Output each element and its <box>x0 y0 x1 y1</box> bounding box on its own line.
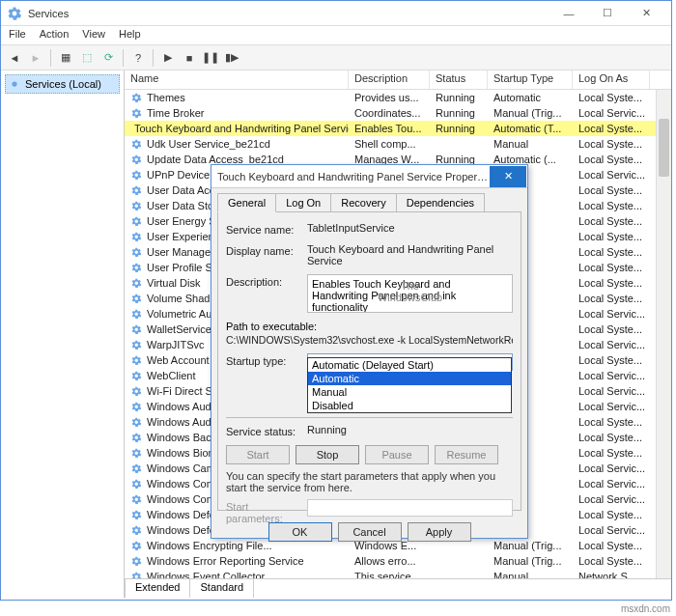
value-path: C:\WINDOWS\System32\svchost.exe -k Local… <box>226 334 513 346</box>
table-row[interactable]: Time BrokerCoordinates...RunningManual (… <box>125 105 671 121</box>
source-url: msxdn.com <box>621 603 670 614</box>
cell-name: Touch Keyboard and Handwriting Panel Ser… <box>125 123 349 135</box>
cell-startup: Manual (Trig... <box>488 107 573 119</box>
col-status[interactable]: Status <box>430 70 488 89</box>
titlebar: Services — ☐ ✕ <box>1 1 671 26</box>
cell-logon: Local Syste... <box>573 154 650 165</box>
col-name[interactable]: Name <box>125 70 349 89</box>
cell-logon: Local Syste... <box>573 540 650 551</box>
help-button[interactable]: ? <box>128 48 148 68</box>
cell-logon: Local Servic... <box>573 401 650 412</box>
value-service-name: TabletInputService <box>307 222 513 234</box>
cell-logon: Local Servic... <box>573 385 650 397</box>
cell-logon: Local Servic... <box>573 107 650 119</box>
col-logon[interactable]: Log On As <box>573 70 650 89</box>
cell-logon: Local Syste... <box>573 555 650 567</box>
tab-standard[interactable]: Standard <box>189 579 254 598</box>
apply-button[interactable]: Apply <box>408 522 471 542</box>
stop-button[interactable]: Stop <box>296 445 359 464</box>
scrollbar-thumb[interactable] <box>659 119 669 177</box>
cell-description: Enables Tou... <box>349 123 430 134</box>
tab-dependencies[interactable]: Dependencies <box>396 193 485 212</box>
tree-services-local[interactable]: Services (Local) <box>5 74 120 94</box>
table-row[interactable]: Udk User Service_be21cdShell comp...Manu… <box>125 136 671 152</box>
export-button[interactable]: ⬚ <box>77 48 97 68</box>
start-service-button[interactable]: ▶ <box>158 48 178 68</box>
cell-logon: Local Servic... <box>573 339 650 350</box>
cell-status: Running <box>430 123 488 134</box>
menu-help[interactable]: Help <box>119 28 141 42</box>
minimize-button[interactable]: — <box>549 2 588 25</box>
cell-description: Coordinates... <box>349 107 430 119</box>
cell-logon: Local Servic... <box>573 169 650 181</box>
dialog-title: Touch Keyboard and Handwriting Panel Ser… <box>217 171 490 182</box>
tree-root-label: Services (Local) <box>25 78 101 90</box>
option-manual[interactable]: Manual <box>308 385 511 399</box>
start-button: Start <box>226 445 290 464</box>
services-icon <box>7 6 22 21</box>
cell-logon: Local Servic... <box>573 478 650 490</box>
maximize-button[interactable]: ☐ <box>588 2 627 25</box>
table-row[interactable]: Windows Event CollectorThis service...Ma… <box>125 569 671 578</box>
toolbar: ◄ ► ▦ ⬚ ⟳ ? ▶ ■ ❚❚ ▮▶ <box>1 45 671 70</box>
cell-startup: Manual <box>488 571 573 578</box>
option-automatic[interactable]: Automatic <box>308 372 511 385</box>
cell-logon: Network S... <box>573 571 650 578</box>
cell-logon: Local Syste... <box>573 354 650 366</box>
stop-service-button[interactable]: ■ <box>180 48 199 68</box>
dialog-tabs: General Log On Recovery Dependencies <box>211 188 527 211</box>
label-startup-type: Startup type: <box>226 353 301 367</box>
start-params-note: You can specify the start parameters tha… <box>226 470 513 493</box>
menu-view[interactable]: View <box>82 28 105 42</box>
description-box[interactable]: Enables Touch Keyboard and Handwriting P… <box>307 274 513 313</box>
pause-service-button[interactable]: ❚❚ <box>201 48 220 68</box>
pause-button: Pause <box>365 445 429 464</box>
cell-logon: Local Syste... <box>573 293 650 304</box>
cell-logon: Local Syste... <box>573 123 650 134</box>
cancel-button[interactable]: Cancel <box>338 522 402 542</box>
tab-recovery[interactable]: Recovery <box>330 193 396 212</box>
cell-logon: Local Syste... <box>573 184 650 196</box>
table-row[interactable]: Windows Error Reporting ServiceAllows er… <box>125 553 671 569</box>
dialog-close-button[interactable]: ✕ <box>490 166 526 187</box>
menu-file[interactable]: File <box>9 28 26 42</box>
cell-startup: Manual (Trig... <box>488 555 573 567</box>
cell-startup: Automatic (T... <box>488 123 573 134</box>
properties-button[interactable]: ▦ <box>56 48 75 68</box>
col-description[interactable]: Description <box>349 70 430 89</box>
startup-type-dropdown[interactable]: Automatic (Delayed Start) Automatic Manu… <box>307 357 512 413</box>
cell-logon: Local Syste... <box>573 262 650 273</box>
restart-service-button[interactable]: ▮▶ <box>222 48 241 68</box>
tab-extended[interactable]: Extended <box>125 579 190 598</box>
scrollbar[interactable] <box>656 90 671 578</box>
back-button[interactable]: ◄ <box>5 48 24 68</box>
cell-logon: Local Servic... <box>573 370 650 381</box>
label-display-name: Display name: <box>226 243 301 257</box>
close-button[interactable]: ✕ <box>627 2 665 25</box>
cell-logon: Local Syste... <box>573 277 650 289</box>
label-description: Description: <box>226 274 301 288</box>
value-description: Enables Touch Keyboard and Handwriting P… <box>312 278 456 313</box>
cell-startup: Manual <box>488 138 573 150</box>
option-delayed[interactable]: Automatic (Delayed Start) <box>308 358 511 372</box>
cell-name: Time Broker <box>125 107 349 120</box>
properties-dialog: Touch Keyboard and Handwriting Panel Ser… <box>211 164 528 539</box>
table-row[interactable]: Touch Keyboard and Handwriting Panel Ser… <box>125 121 671 136</box>
table-row[interactable]: ThemesProvides us...RunningAutomaticLoca… <box>125 90 671 105</box>
refresh-button[interactable]: ⟳ <box>99 48 118 68</box>
value-display-name: Touch Keyboard and Handwriting Panel Ser… <box>307 243 513 266</box>
cell-logon: Local Syste... <box>573 509 650 520</box>
label-start-params: Start parameters: <box>226 499 301 524</box>
cell-logon: Local Syste... <box>573 416 650 428</box>
col-startup[interactable]: Startup Type <box>488 70 573 89</box>
forward-button[interactable]: ► <box>26 48 45 68</box>
cell-logon: Local Syste... <box>573 231 650 242</box>
tab-logon[interactable]: Log On <box>275 193 331 212</box>
cell-description: Provides us... <box>349 92 430 103</box>
cell-name: Windows Error Reporting Service <box>125 555 349 568</box>
ok-button[interactable]: OK <box>268 522 332 542</box>
start-params-input <box>307 499 513 517</box>
tab-general[interactable]: General <box>217 193 276 212</box>
option-disabled[interactable]: Disabled <box>308 399 511 412</box>
menu-action[interactable]: Action <box>40 28 70 42</box>
